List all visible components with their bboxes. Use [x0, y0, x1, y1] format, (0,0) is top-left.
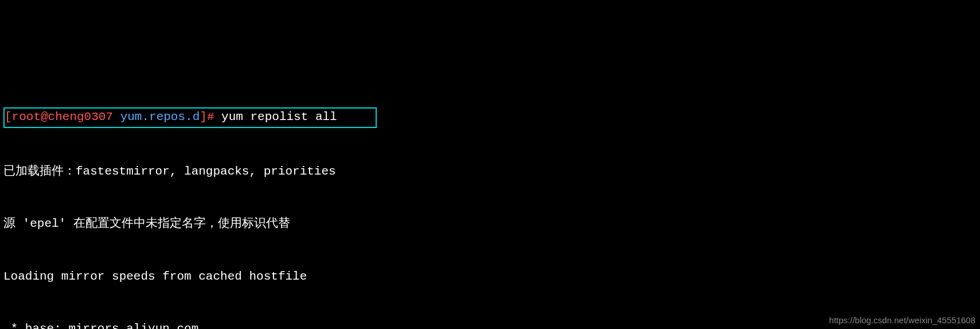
output-epel-warning: 源 'epel' 在配置文件中未指定名字，使用标识代替	[3, 215, 977, 233]
command-text[interactable]: yum repolist all	[214, 109, 373, 126]
watermark: https://blog.csdn.net/weixin_45551608	[829, 314, 975, 327]
prompt-line: [root@cheng0307 yum.repos.d]# yum repoli…	[3, 107, 977, 128]
command-highlight: [root@cheng0307 yum.repos.d]# yum repoli…	[3, 107, 377, 128]
prompt-symbol: #	[207, 110, 214, 123]
terminal-output: [root@cheng0307 yum.repos.d]# yum repoli…	[3, 72, 977, 329]
prompt-path: yum.repos.d	[120, 110, 200, 123]
output-plugins: 已加载插件：fastestmirror, langpacks, prioriti…	[3, 163, 977, 180]
prompt-user-host: [root@cheng0307	[5, 110, 120, 123]
prompt-bracket: ]	[200, 110, 207, 123]
output-loading: Loading mirror speeds from cached hostfi…	[3, 268, 977, 285]
